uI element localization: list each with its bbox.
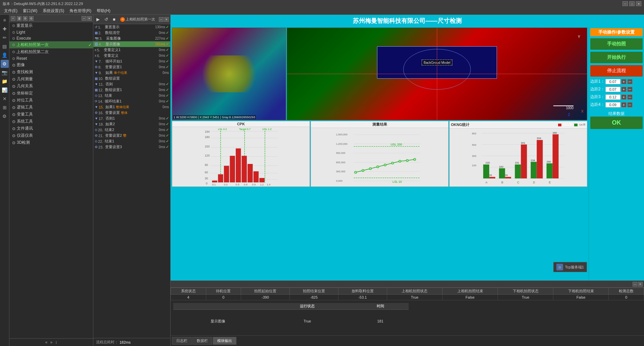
- tree-execute[interactable]: ⊙ Execute: [9, 35, 93, 41]
- param-minus-1[interactable]: ─: [627, 79, 633, 84]
- menu-help[interactable]: 帮助(H): [94, 7, 113, 14]
- flow-step-3[interactable]: 📷 3. 采集图像 227ms ✓: [93, 36, 170, 41]
- tree-file[interactable]: ⊙ 文件通讯: [9, 125, 93, 132]
- tree-motion-label: 重置显示: [16, 23, 33, 29]
- sidebar-icon-chart[interactable]: 📊: [1, 86, 9, 94]
- menu-settings[interactable]: 系统设置(S): [40, 7, 67, 14]
- flow-step-2[interactable]: ▦ 2. 数组清空 0ms ✓: [93, 30, 170, 36]
- param-input-2[interactable]: [605, 87, 620, 92]
- flow-step-21[interactable]: ⚙ 21. 变量设置2 整 0ms ✓: [93, 133, 170, 138]
- sidebar-icon-grid[interactable]: ⊞: [1, 103, 9, 112]
- sidebar-icon-list[interactable]: ▤: [1, 42, 9, 50]
- maximize-btn[interactable]: □: [629, 1, 635, 6]
- flow-step-22[interactable]: ⊙ 22. 结束1 0ms ✓: [93, 138, 170, 144]
- tree-nav-up[interactable]: «: [45, 340, 48, 345]
- svg-rect-28: [236, 148, 241, 182]
- tree-align[interactable]: ⊙ 对位工具: [9, 97, 93, 104]
- param-plus-3[interactable]: +: [621, 94, 627, 100]
- tree-motion[interactable]: ⊙ 重置显示: [9, 22, 93, 29]
- sidebar-icon-camera[interactable]: 📷: [1, 69, 9, 77]
- sidebar-icon-x[interactable]: ✕: [1, 95, 9, 103]
- tree-geom-measure[interactable]: ⊙ 几何测量: [9, 76, 93, 83]
- sidebar-icon-menu[interactable]: ≡: [1, 16, 9, 24]
- sidebar-icon-settings2[interactable]: ⚙: [1, 112, 9, 120]
- left-close-btn[interactable]: ✕: [87, 16, 92, 21]
- flow-step-9[interactable]: ▼ 9. 如果 单个结果 0ms: [93, 70, 170, 76]
- close-btn[interactable]: ✕: [636, 1, 641, 6]
- tree-geom-rel[interactable]: ⊙ 几何关系: [9, 83, 93, 90]
- flow-step-13[interactable]: ⊙ 13. 结束 0ms ✓: [93, 93, 170, 98]
- flow-step-6[interactable]: x 6. 变量定义 0ms ✓: [93, 53, 170, 58]
- flow-step-2-num: 2.: [98, 31, 104, 35]
- tree-nav-down[interactable]: »: [50, 340, 53, 345]
- param-minus-2[interactable]: ─: [627, 87, 633, 92]
- param-minus-4[interactable]: ─: [627, 102, 633, 107]
- flow-step-15[interactable]: ▼ 15. 如果1 整体结果 0ms: [93, 104, 170, 110]
- execute-button[interactable]: 开始执行: [590, 52, 643, 63]
- tab-module[interactable]: 模块输出: [213, 337, 236, 345]
- tree-3d[interactable]: ⊙ 3D检测: [9, 139, 93, 146]
- tree-light[interactable]: ⊙ Light: [9, 29, 93, 35]
- menu-file[interactable]: 文件(E): [1, 7, 20, 14]
- sidebar-icon-user[interactable]: 👤: [1, 51, 9, 59]
- flow-step-1[interactable]: ↺ 1. 重置显示 130ms ✓: [93, 24, 170, 30]
- flow-stop-btn[interactable]: ■: [111, 16, 118, 23]
- tree-camera1[interactable]: ⊙ 上相机拍照第一次 ✓: [9, 41, 93, 48]
- flow-step-8-icon: ⚙: [95, 65, 98, 69]
- flow-refresh-btn[interactable]: ↺: [103, 16, 109, 23]
- tree-instrument[interactable]: ⊙ 仪器仪表: [9, 132, 93, 139]
- param-input-1[interactable]: [605, 79, 620, 84]
- param-input-3[interactable]: [605, 94, 620, 100]
- tree-nav-sort[interactable]: ↕: [55, 340, 57, 345]
- flow-step-8[interactable]: ⚙ 8. 变量设置1 0ms ✓: [93, 64, 170, 70]
- sidebar-icon-folder[interactable]: 📁: [1, 77, 9, 85]
- tab-log[interactable]: 日志栏: [172, 337, 192, 345]
- left-cfg2-btn[interactable]: ⚙: [29, 16, 34, 21]
- tree-reset[interactable]: ⊙ Reset: [9, 55, 93, 61]
- tree-image[interactable]: ⊙ 图像: [9, 61, 93, 69]
- param-plus-2[interactable]: +: [621, 87, 627, 92]
- flow-step-18[interactable]: ▼ 18. 如果2 0ms ✓: [93, 121, 170, 127]
- menu-window[interactable]: 窗口(W): [20, 7, 40, 14]
- tree-camera2[interactable]: ⊙ 上相机拍照第二次: [9, 48, 93, 55]
- param-plus-1[interactable]: +: [621, 79, 627, 84]
- flow-close-btn[interactable]: ✕: [164, 17, 169, 22]
- flow-step-7[interactable]: ▼ 7. 循环开始1 0ms ✓: [93, 58, 170, 64]
- tree-sys[interactable]: ⊙ 系统工具: [9, 118, 93, 125]
- left-pin-btn[interactable]: ─: [82, 16, 86, 21]
- left-del-btn[interactable]: 🗑: [17, 16, 21, 21]
- param-minus-3[interactable]: ─: [627, 94, 633, 100]
- tree-var[interactable]: ⊙ 变量工具: [9, 111, 93, 118]
- tree-logic[interactable]: ⊙ 逻辑工具: [9, 104, 93, 111]
- bottom-close-btn[interactable]: ✕: [638, 282, 643, 287]
- flow-step-20[interactable]: ⊙ 20. 结束2 0ms ✓: [93, 127, 170, 133]
- flow-play-btn[interactable]: ▶: [95, 16, 101, 23]
- flow-pin-btn[interactable]: ─: [159, 17, 164, 22]
- tree-coord[interactable]: ⊙ 坐标标定: [9, 90, 93, 97]
- tree-find[interactable]: ⊙ 查找检测: [9, 69, 93, 76]
- flow-step-5[interactable]: x 5. 变量定义1 0ms ✓: [93, 47, 170, 53]
- param-plus-4[interactable]: +: [621, 102, 627, 107]
- flow-step-14[interactable]: ⟳ 14. 循环结束1 0ms ✓: [93, 98, 170, 104]
- stop-button[interactable]: 停止流程: [590, 65, 643, 77]
- capture-button[interactable]: 手动拍照: [590, 38, 643, 50]
- flow-step-22-check: ✓: [166, 139, 169, 143]
- flow-step-17-check: ✓: [166, 116, 169, 121]
- bottom-pin-btn[interactable]: ─: [633, 282, 637, 287]
- left-add-btn[interactable]: +: [11, 16, 15, 21]
- flow-step-16[interactable]: ⚙ 16. 变量设置 整体: [93, 110, 170, 116]
- menu-roles[interactable]: 角色管理(R): [67, 7, 94, 14]
- flow-step-11[interactable]: ▼ 11. 否则 0ms ✓: [93, 81, 170, 87]
- param-input-4[interactable]: [605, 102, 620, 107]
- flow-step-12[interactable]: ▦ 12. 数组设置1 0ms ✓: [93, 87, 170, 93]
- sidebar-icon-add[interactable]: ✚: [1, 25, 9, 33]
- minimize-btn[interactable]: ─: [623, 1, 628, 6]
- flow-step-10[interactable]: ▦ 10. 数组设置: [93, 76, 170, 81]
- flow-step-17[interactable]: ▼ 17. 否则1 0ms ✓: [93, 116, 170, 121]
- sidebar-icon-edit[interactable]: ✏: [1, 34, 9, 42]
- flow-step-23[interactable]: ⚙ 23. 变量设置3 0ms ✓: [93, 144, 170, 150]
- left-cfg-btn[interactable]: ⚙: [23, 16, 28, 21]
- sidebar-icon-tool[interactable]: ⚙: [1, 60, 9, 68]
- tab-data[interactable]: 数据栏: [192, 337, 212, 345]
- flow-step-4[interactable]: 🖼 4. 显示图像 181ms ✓: [93, 41, 170, 47]
